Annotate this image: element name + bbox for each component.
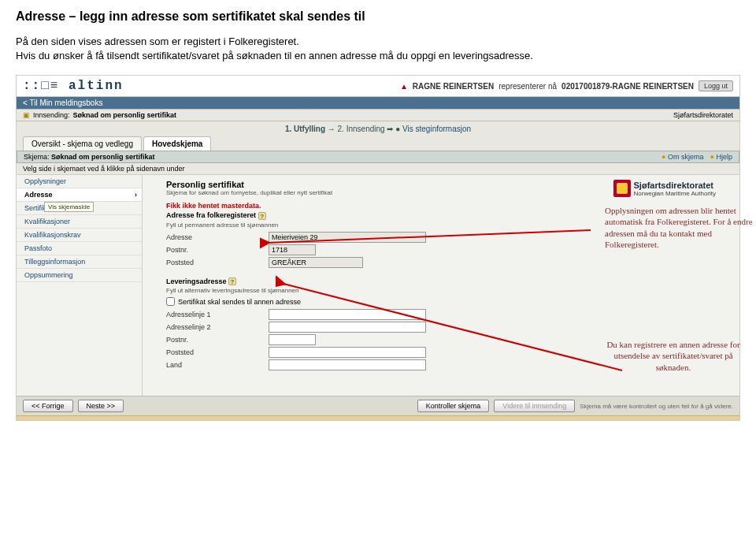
adresse-label: Adresse	[166, 233, 269, 241]
altinn-logo: ::□≡ altinn	[23, 79, 124, 93]
next-button[interactable]: Neste >>	[78, 400, 124, 412]
leveringsadresse-section-heading: Leveringsadresse	[166, 277, 227, 285]
step-1-label: 1. Utfylling	[285, 125, 325, 133]
forward-button[interactable]: Videre til innsending	[494, 400, 575, 412]
land-input[interactable]	[269, 359, 426, 370]
postnr-label: Postnr.	[166, 246, 269, 254]
adresselinje2-input[interactable]	[269, 322, 426, 333]
help-question-icon[interactable]: ?	[258, 212, 266, 220]
doc-title: Adresse – legg inn adresse som sertifika…	[16, 9, 740, 24]
callout-leveringsadresse: Du kan registrere en annen adresse for u…	[598, 339, 748, 373]
lev-poststed-input[interactable]	[269, 347, 426, 358]
lev-poststed-label: Poststed	[166, 348, 269, 356]
submission-title: Søknad om personlig sertifikat	[73, 111, 177, 119]
land-label: Land	[166, 361, 269, 369]
step-2-label: 2. Innsending	[338, 125, 385, 133]
sidebar-item-oppsummering[interactable]: Oppsummering	[17, 269, 142, 282]
about-schema-link[interactable]: Om skjema	[668, 153, 704, 161]
form-subtitle: Skjema for søknad om fornyelse, duplikat…	[166, 189, 332, 196]
document-icon: ▣	[23, 111, 30, 119]
schema-name: Søknad om personlig sertifikat	[51, 153, 155, 161]
adresselinje1-input[interactable]	[269, 309, 426, 320]
send-to-alt-address-checkbox[interactable]	[166, 297, 175, 306]
sidebar-item-adresse[interactable]: Adresse	[17, 188, 142, 202]
help-question-icon[interactable]: ?	[228, 277, 236, 285]
form-title: Personlig sertifikat	[166, 180, 332, 189]
poststed-input[interactable]	[269, 257, 363, 268]
send-to-alt-address-label: Sertifikat skal sendes til annen adresse	[178, 298, 301, 306]
agency-name-header: Sjøfartsdirektoratet	[673, 111, 733, 119]
sidebar-item-sertifikat[interactable]: Sertifikat Vis skjemaside	[17, 202, 142, 215]
user-name: RAGNE REINERTSEN	[413, 82, 494, 91]
agency-logo-icon	[613, 180, 631, 197]
help-link[interactable]: Hjelp	[716, 153, 732, 161]
lev-postnr-label: Postnr.	[166, 336, 269, 344]
callout-folkeregister: Opplysningen om adressen blir hentet aut…	[605, 205, 754, 250]
footer-note: Skjema må være kontrollert og uten feil …	[580, 403, 733, 410]
sidebar-item-passfoto[interactable]: Passfoto	[17, 242, 142, 255]
user-id: 02017001879-RAGNE REINERTSEN	[561, 82, 694, 91]
agency-name: Sjøfartsdirektoratet	[634, 181, 716, 190]
lev-postnr-input[interactable]	[269, 334, 316, 345]
help-icon: ●	[710, 153, 714, 161]
leveringsadresse-section-sub: Fyll ut alternativ leveringsadresse til …	[166, 287, 716, 294]
check-schema-button[interactable]: Kontroller skjema	[417, 400, 490, 412]
doc-intro-paragraph: På den siden vises adressen som er regis…	[16, 35, 740, 62]
adresselinje2-label: Adresselinje 2	[166, 323, 269, 331]
info-icon: ●	[662, 153, 665, 161]
poststed-label: Poststed	[166, 259, 269, 266]
adresselinje1-label: Adresselinje 1	[166, 311, 269, 318]
back-to-mailbox-link[interactable]: < Til Min meldingsboks	[17, 97, 739, 109]
schema-label: Skjema:	[24, 153, 50, 161]
sidebar-item-tilleggsinformasjon[interactable]: Tilleggsinformasjon	[17, 255, 142, 269]
represents-label: representerer nå	[498, 82, 557, 91]
prev-button[interactable]: << Forrige	[23, 400, 73, 412]
tab-overview[interactable]: Oversikt - skjema og vedlegg	[23, 136, 142, 151]
bottom-decoration	[17, 415, 739, 420]
postnr-input[interactable]	[269, 244, 316, 255]
agency-name-en: Norwegian Maritime Authority	[634, 190, 716, 197]
sidebar-item-kvalifikasjoner[interactable]: Kvalifikasjoner	[17, 215, 142, 229]
sidebar-nav: Opplysninger Adresse Sertifikat Vis skje…	[17, 175, 143, 396]
logout-button[interactable]: Logg ut	[699, 80, 733, 91]
show-step-info-link[interactable]: Vis steginformasjon	[402, 125, 471, 133]
page-chooser-instruction: Velg side i skjemaet ved å klikke på sid…	[17, 163, 739, 175]
tab-main-form[interactable]: Hovedskjema	[143, 136, 211, 151]
sidebar-item-kvalifikasjonskrav[interactable]: Kvalifikasjonskrav	[17, 229, 142, 242]
sidebar-item-opplysninger[interactable]: Opplysninger	[17, 175, 142, 188]
adresse-input[interactable]	[269, 232, 426, 243]
sending-label: Innsending:	[33, 111, 70, 119]
folkeregister-section-heading: Adresse fra folkeregisteret	[166, 211, 256, 219]
step-indicator: 1. Utfylling → 2. Innsending ➡ ● Vis ste…	[17, 121, 739, 136]
person-icon: ▲	[400, 82, 408, 91]
sidebar-tooltip: Vis skjemaside	[44, 202, 94, 212]
